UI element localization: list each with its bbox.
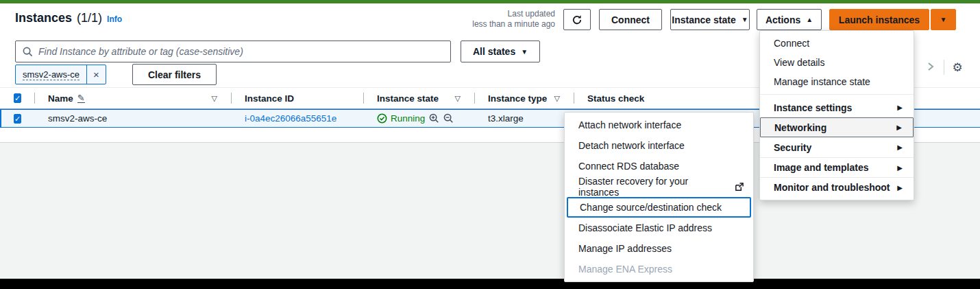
instance-state-label: Instance state bbox=[672, 14, 735, 25]
column-header-instance-type[interactable]: Instance type ▽ bbox=[474, 88, 574, 108]
launch-instances-split-button[interactable]: ▼ bbox=[931, 9, 956, 30]
column-instance-type-label: Instance type bbox=[488, 93, 547, 104]
menu-item-manage-instance-state[interactable]: Manage instance state bbox=[760, 72, 914, 91]
menu-divider bbox=[760, 94, 914, 95]
instance-id-link[interactable]: i-0a4ec26066a55651e bbox=[245, 113, 336, 124]
last-updated: Last updated less than a minute ago bbox=[439, 9, 555, 30]
column-name-label: Name bbox=[48, 93, 73, 104]
row-checkbox[interactable]: ✓ bbox=[14, 114, 21, 124]
next-page-button[interactable] bbox=[920, 62, 941, 73]
remove-filter-button[interactable]: × bbox=[86, 65, 106, 84]
last-updated-line1: Last updated bbox=[439, 9, 555, 19]
submenu-arrow-icon: ▶ bbox=[897, 143, 903, 151]
menu-item-image-and-templates[interactable]: Image and templates ▶ bbox=[760, 157, 914, 177]
row-state-cell: Running bbox=[363, 110, 474, 127]
caret-down-icon: ▼ bbox=[940, 16, 947, 23]
pagination: ⚙ bbox=[920, 59, 968, 76]
sort-icon[interactable]: ▽ bbox=[212, 94, 217, 103]
submenu-item-attach-network-interface[interactable]: Attach network interface bbox=[565, 115, 753, 135]
actions-dropdown-button[interactable]: Actions ▲ bbox=[757, 9, 822, 30]
networking-submenu: Attach network interface Detach network … bbox=[564, 112, 754, 282]
connect-button[interactable]: Connect bbox=[599, 9, 662, 30]
column-status-check-label: Status check bbox=[587, 93, 644, 104]
all-states-label: All states bbox=[473, 46, 515, 57]
submenu-item-disaster-recovery[interactable]: Disaster recovery for your instances bbox=[565, 176, 753, 197]
menu-item-view-details[interactable]: View details bbox=[760, 53, 914, 72]
instance-search bbox=[15, 41, 451, 62]
info-link[interactable]: Info bbox=[107, 14, 122, 24]
search-icon bbox=[23, 47, 33, 57]
zoom-in-filter-icon[interactable] bbox=[429, 113, 439, 124]
launch-instances-label: Launch instances bbox=[839, 14, 920, 25]
row-type-cell: t3.xlarge bbox=[474, 110, 574, 127]
edit-column-icon[interactable]: ✎ bbox=[77, 94, 85, 103]
menu-item-security[interactable]: Security ▶ bbox=[760, 137, 914, 157]
submenu-item-disassociate-elastic-ip[interactable]: Disassociate Elastic IP address bbox=[565, 218, 753, 238]
column-instance-state-label: Instance state bbox=[377, 93, 439, 104]
select-all-checkbox[interactable]: ✓ bbox=[14, 93, 21, 103]
submenu-arrow-icon: ▶ bbox=[897, 104, 903, 111]
refresh-icon bbox=[572, 14, 583, 25]
caret-up-icon: ▲ bbox=[806, 16, 813, 23]
submenu-item-manage-ena-express: Manage ENA Express bbox=[565, 259, 753, 279]
instance-state-badge: Running bbox=[377, 113, 425, 124]
submenu-item-manage-ip-addresses[interactable]: Manage IP addresses bbox=[565, 238, 753, 259]
menu-item-instance-settings[interactable]: Instance settings ▶ bbox=[760, 97, 914, 117]
sort-icon[interactable]: ▽ bbox=[554, 94, 560, 103]
caret-down-icon: ▼ bbox=[521, 48, 528, 56]
menu-item-networking[interactable]: Networking ▶ bbox=[760, 117, 914, 137]
actions-button-label: Actions bbox=[765, 14, 800, 25]
zoom-out-filter-icon[interactable] bbox=[443, 113, 454, 124]
instance-state-dropdown-button[interactable]: Instance state ▼ bbox=[670, 9, 750, 30]
connect-button-label: Connect bbox=[611, 14, 650, 25]
row-instance-id-cell: i-0a4ec26066a55651e bbox=[231, 110, 363, 127]
settings-gear-button[interactable]: ⚙ bbox=[947, 60, 968, 75]
external-link-icon bbox=[735, 183, 744, 192]
select-all-cell: ✓ bbox=[0, 88, 34, 108]
refresh-button[interactable] bbox=[563, 9, 591, 30]
menu-item-monitor-and-troubleshoot[interactable]: Monitor and troubleshoot ▶ bbox=[760, 177, 914, 197]
sort-icon[interactable]: ▽ bbox=[455, 94, 461, 103]
row-select-cell: ✓ bbox=[0, 110, 34, 127]
instance-name: smsv2-aws-ce bbox=[48, 113, 107, 124]
page-title: Instances (1/1) Info bbox=[15, 11, 122, 25]
bottom-black-bar bbox=[0, 279, 980, 289]
column-instance-id-label: Instance ID bbox=[245, 93, 294, 104]
pagination-divider bbox=[944, 60, 944, 75]
clear-filters-label: Clear filters bbox=[148, 69, 201, 80]
page-title-text: Instances bbox=[15, 11, 72, 25]
column-header-instance-id[interactable]: Instance ID bbox=[231, 88, 363, 108]
filter-token: smsv2-aws-ce × bbox=[15, 65, 106, 84]
top-green-bar bbox=[0, 0, 980, 3]
caret-down-icon: ▼ bbox=[742, 16, 748, 23]
launch-instances-button[interactable]: Launch instances bbox=[829, 9, 929, 30]
gear-icon: ⚙ bbox=[952, 61, 962, 74]
row-name-cell: smsv2-aws-ce bbox=[34, 110, 231, 127]
submenu-item-connect-rds-database[interactable]: Connect RDS database bbox=[565, 156, 753, 176]
submenu-item-change-source-destination-check[interactable]: Change source/destination check bbox=[567, 197, 751, 218]
submenu-arrow-icon: ▶ bbox=[897, 184, 903, 192]
instance-count: (1/1) bbox=[77, 11, 102, 25]
column-header-name[interactable]: Name ✎ ▽ bbox=[34, 88, 231, 108]
submenu-arrow-icon: ▶ bbox=[896, 124, 902, 131]
all-states-dropdown[interactable]: All states ▼ bbox=[461, 41, 540, 62]
submenu-arrow-icon: ▶ bbox=[897, 164, 903, 172]
clear-filters-button[interactable]: Clear filters bbox=[132, 64, 217, 85]
column-header-instance-state[interactable]: Instance state ▽ bbox=[363, 88, 474, 108]
actions-menu: Connect View details Manage instance sta… bbox=[759, 30, 914, 200]
filter-token-label: smsv2-aws-ce bbox=[16, 65, 86, 84]
menu-item-connect[interactable]: Connect bbox=[760, 34, 914, 53]
submenu-item-detach-network-interface[interactable]: Detach network interface bbox=[565, 135, 753, 156]
search-input[interactable] bbox=[38, 46, 443, 57]
last-updated-line2: less than a minute ago bbox=[439, 19, 555, 30]
check-icon: ✓ bbox=[14, 94, 21, 102]
close-icon: × bbox=[93, 69, 99, 80]
instance-state-text: Running bbox=[391, 113, 425, 124]
check-icon: ✓ bbox=[14, 115, 21, 123]
running-check-circle-icon bbox=[377, 113, 387, 124]
instance-type-text: t3.xlarge bbox=[488, 113, 524, 124]
